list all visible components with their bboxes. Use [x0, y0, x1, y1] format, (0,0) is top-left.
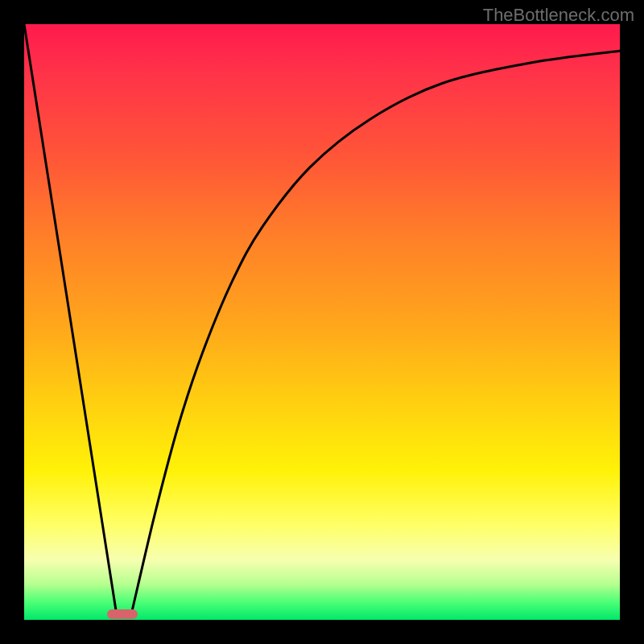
watermark-text: TheBottleneck.com [483, 5, 634, 26]
curves-svg [24, 24, 620, 620]
chart-frame: TheBottleneck.com [0, 0, 644, 644]
plot-area [24, 24, 620, 620]
bottleneck-marker [107, 609, 138, 619]
left-line [24, 24, 117, 614]
right-curve [131, 51, 620, 613]
